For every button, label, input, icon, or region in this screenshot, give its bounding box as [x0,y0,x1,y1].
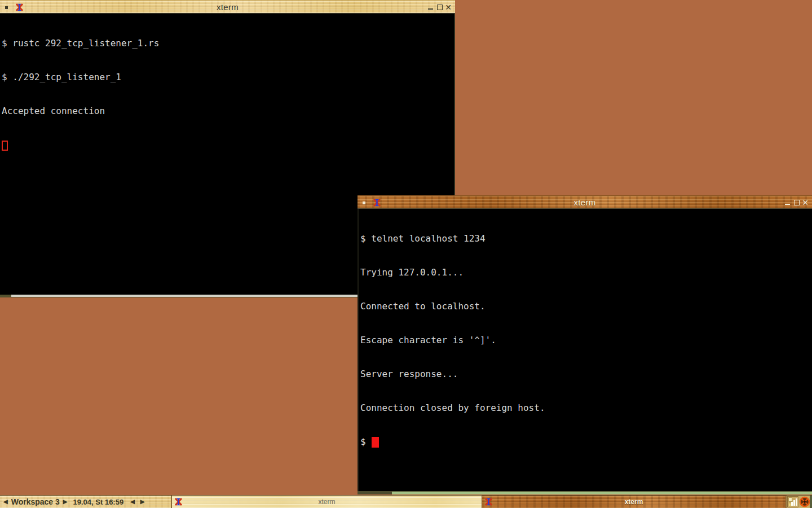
clock-prev-icon[interactable]: ◀ [130,496,135,508]
task-label: xterm [172,498,482,506]
prompt: $ [360,436,366,447]
clock: 19.04, St 16:59 [73,498,124,506]
system-tray [786,496,812,508]
terminal-line: Connection closed by foreign host. [360,402,812,414]
taskbar: ◀ Workspace 3 ▶ 19.04, St 16:59 ◀ ▶ xter… [0,495,812,508]
terminal-line: Connected to localhost. [360,301,812,312]
workspace-prev-icon[interactable]: ◀ [3,496,8,508]
window-resize-border[interactable] [358,491,812,494]
desktop: { "window1": { "title": "xterm", "focuse… [0,0,812,508]
close-button[interactable]: ✕ [444,3,452,11]
terminal-cursor-line [2,139,454,151]
window-resize-corner[interactable] [0,295,11,297]
window-titlebar[interactable]: xterm ✕ [358,195,812,209]
maximize-button[interactable] [436,3,444,11]
taskbar-task-xterm-2-active[interactable]: xterm [482,496,786,508]
text-cursor-solid [372,437,379,448]
wheel-mute-icon[interactable] [799,496,810,507]
terminal-line: Accepted connection [2,106,454,117]
minimize-button[interactable] [784,199,792,207]
close-button[interactable]: ✕ [801,199,809,207]
window-title: xterm [358,198,812,207]
workspace-label: Workspace 3 [11,497,60,506]
net-monitor-icon[interactable] [787,496,798,507]
taskbar-task-xterm-1[interactable]: xterm [172,496,482,508]
terminal-line: $ rustc 292_tcp_listener_1.rs [2,38,454,49]
clock-next-icon[interactable]: ▶ [140,496,145,508]
workspace-next-icon[interactable]: ▶ [63,496,68,508]
text-cursor-hollow [2,141,8,151]
minimize-button[interactable] [427,3,435,11]
xterm-window-telnet[interactable]: xterm ✕ $ telnet localhost 1234 Trying 1… [358,195,812,495]
terminal-line: Escape character is '^]'. [360,335,812,346]
terminal-line: Trying 127.0.0.1... [360,267,812,278]
window-title: xterm [0,2,455,12]
terminal-prompt-line: $ [360,436,812,448]
terminal-output[interactable]: $ telnet localhost 1234 Trying 127.0.0.1… [358,209,812,491]
task-label: xterm [482,498,785,506]
tray-end-cap [810,496,812,508]
clock-arrows: ◀ ▶ [130,496,144,508]
window-titlebar[interactable]: xterm ✕ [0,0,455,14]
terminal-line: $ telnet localhost 1234 [360,233,812,244]
maximize-button[interactable] [793,199,801,207]
taskbar-pager-section: ◀ Workspace 3 ▶ 19.04, St 16:59 ◀ ▶ [0,496,172,508]
terminal-line: $ ./292_tcp_listener_1 [2,72,454,83]
window-resize-corner[interactable] [358,492,392,494]
terminal-line: Server response... [360,369,812,380]
